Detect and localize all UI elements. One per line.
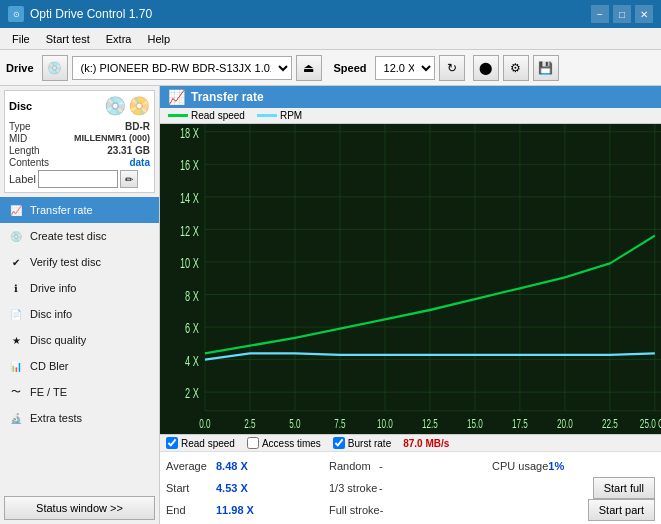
svg-text:16 X: 16 X	[180, 158, 199, 175]
title-bar: ⊙ Opti Drive Control 1.70 − □ ✕	[0, 0, 661, 28]
nav-cd-bler[interactable]: 📊 CD Bler	[0, 353, 159, 379]
menu-start-test[interactable]: Start test	[38, 31, 98, 47]
mid-value: MILLENMR1 (000)	[74, 133, 150, 144]
nav-drive-info[interactable]: ℹ Drive info	[0, 275, 159, 301]
rpm-legend-label: RPM	[280, 110, 302, 121]
read-speed-legend-color	[168, 114, 188, 117]
access-times-checkbox-label: Access times	[262, 438, 321, 449]
random-value: -	[379, 460, 419, 472]
cd-bler-icon: 📊	[8, 358, 24, 374]
nav-cd-bler-label: CD Bler	[30, 360, 69, 372]
svg-text:10.0: 10.0	[377, 416, 393, 430]
svg-text:2 X: 2 X	[185, 385, 199, 402]
create-test-disc-icon: 💿	[8, 228, 24, 244]
burst-rate-checkbox[interactable]	[333, 437, 345, 449]
burst-rate-value: 87.0 MB/s	[403, 438, 449, 449]
label-edit-button[interactable]: ✏	[120, 170, 138, 188]
full-stroke-value: -	[380, 504, 420, 516]
read-speed-legend-label: Read speed	[191, 110, 245, 121]
chart-header: 📈 Transfer rate	[160, 86, 661, 108]
nav-extra-tests-label: Extra tests	[30, 412, 82, 424]
nav-verify-test-disc[interactable]: ✔ Verify test disc	[0, 249, 159, 275]
svg-text:15.0: 15.0	[467, 416, 483, 430]
chart-svg: 18 X 16 X 14 X 12 X 10 X 8 X 6 X 4 X 2 X…	[160, 124, 661, 434]
svg-text:22.5: 22.5	[602, 416, 618, 430]
random-label: Random	[329, 460, 379, 472]
drive-label: Drive	[6, 62, 34, 74]
svg-text:20.0: 20.0	[557, 416, 573, 430]
eject-button[interactable]: ⏏	[296, 55, 322, 81]
svg-text:10 X: 10 X	[180, 255, 199, 272]
nav-fe-te-label: FE / TE	[30, 386, 67, 398]
average-label: Average	[166, 460, 216, 472]
drive-icon-btn[interactable]: 💿	[42, 55, 68, 81]
start-full-button[interactable]: Start full	[593, 477, 655, 499]
disc-quality-icon: ★	[8, 332, 24, 348]
rpm-legend-color	[257, 114, 277, 117]
menu-extra[interactable]: Extra	[98, 31, 140, 47]
stats-area: Average 8.48 X Random - CPU usage 1% Sta…	[160, 451, 661, 524]
menu-help[interactable]: Help	[139, 31, 178, 47]
chart-title: Transfer rate	[191, 90, 264, 104]
drive-info-icon: ℹ	[8, 280, 24, 296]
settings-button[interactable]: ⚙	[503, 55, 529, 81]
svg-text:4 X: 4 X	[185, 353, 199, 370]
start-part-button[interactable]: Start part	[588, 499, 655, 521]
label-label: Label	[9, 173, 36, 185]
speed-select[interactable]: 12.0 X	[375, 56, 435, 80]
nav-transfer-rate-label: Transfer rate	[30, 204, 93, 216]
maximize-button[interactable]: □	[613, 5, 631, 23]
drive-select[interactable]: (k:) PIONEER BD-RW BDR-S13JX 1.01	[72, 56, 292, 80]
svg-text:5.0: 5.0	[289, 416, 300, 430]
menu-file[interactable]: File	[4, 31, 38, 47]
speed-label: Speed	[334, 62, 367, 74]
nav-disc-info[interactable]: 📄 Disc info	[0, 301, 159, 327]
nav-create-test-disc[interactable]: 💿 Create test disc	[0, 223, 159, 249]
close-button[interactable]: ✕	[635, 5, 653, 23]
start-value: 4.53 X	[216, 482, 256, 494]
menu-bar: File Start test Extra Help	[0, 28, 661, 50]
nav-fe-te[interactable]: 〜 FE / TE	[0, 379, 159, 405]
svg-text:17.5: 17.5	[512, 416, 528, 430]
nav-disc-quality-label: Disc quality	[30, 334, 86, 346]
access-times-checkbox[interactable]	[247, 437, 259, 449]
contents-value: data	[129, 157, 150, 168]
nav-extra-tests[interactable]: 🔬 Extra tests	[0, 405, 159, 431]
nav-disc-quality[interactable]: ★ Disc quality	[0, 327, 159, 353]
nav-create-test-disc-label: Create test disc	[30, 230, 106, 242]
one-third-label: 1/3 stroke	[329, 482, 379, 494]
refresh-button[interactable]: ↻	[439, 55, 465, 81]
chart-container: 18 X 16 X 14 X 12 X 10 X 8 X 6 X 4 X 2 X…	[160, 124, 661, 434]
cpu-usage-value: 1%	[548, 460, 588, 472]
save-button[interactable]: 💾	[533, 55, 559, 81]
chart-footer: Read speed Access times Burst rate 87.0 …	[160, 434, 661, 451]
end-label: End	[166, 504, 216, 516]
toolbar: Drive 💿 (k:) PIONEER BD-RW BDR-S13JX 1.0…	[0, 50, 661, 86]
end-value: 11.98 X	[216, 504, 256, 516]
length-value: 23.31 GB	[107, 145, 150, 156]
fe-te-icon: 〜	[8, 384, 24, 400]
start-label: Start	[166, 482, 216, 494]
disc-info-icon: 📄	[8, 306, 24, 322]
svg-text:18 X: 18 X	[180, 125, 199, 142]
type-value: BD-R	[125, 121, 150, 132]
svg-text:25.0 GB: 25.0 GB	[640, 416, 661, 430]
stats-row-end: End 11.98 X Full stroke - Start part	[166, 499, 655, 521]
chart-legend: Read speed RPM	[160, 108, 661, 124]
status-window-button[interactable]: Status window >>	[4, 496, 155, 520]
svg-text:0.0: 0.0	[199, 416, 210, 430]
average-value: 8.48 X	[216, 460, 256, 472]
nav-disc-info-label: Disc info	[30, 308, 72, 320]
chart-icon: 📈	[168, 89, 185, 105]
one-third-value: -	[379, 482, 419, 494]
disc-section-label: Disc	[9, 100, 32, 112]
record-button[interactable]: ⬤	[473, 55, 499, 81]
nav-verify-test-disc-label: Verify test disc	[30, 256, 101, 268]
svg-text:8 X: 8 X	[185, 288, 199, 305]
label-input[interactable]	[38, 170, 118, 188]
minimize-button[interactable]: −	[591, 5, 609, 23]
nav-drive-info-label: Drive info	[30, 282, 76, 294]
read-speed-checkbox[interactable]	[166, 437, 178, 449]
type-label: Type	[9, 121, 31, 132]
nav-transfer-rate[interactable]: 📈 Transfer rate	[0, 197, 159, 223]
